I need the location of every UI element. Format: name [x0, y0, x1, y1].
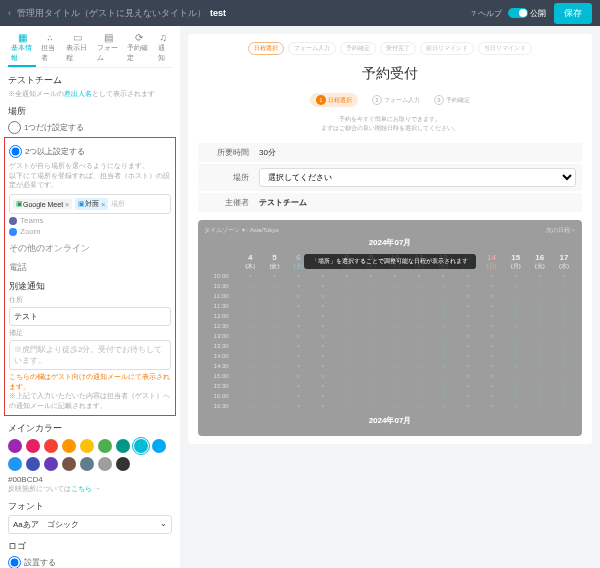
addr-label: 住所 — [9, 295, 171, 305]
loc-phone[interactable]: 電話 — [9, 261, 171, 274]
location-placeholder: 場所 — [111, 199, 125, 209]
highlight-box: 2つ以上設定する ゲストが自ら場所を選べるようになります。以下にて場所を登録すれ… — [4, 137, 176, 416]
note-warning: こちらの欄はゲスト向けの通知メールにて表示されます。 — [9, 372, 171, 392]
color-palette — [8, 439, 172, 471]
check-icon: ⟳ — [135, 32, 143, 43]
color-swatch[interactable] — [116, 457, 130, 471]
logo-label: ロゴ — [8, 540, 172, 553]
place-radio-single[interactable]: 1つだけ設定する — [8, 121, 172, 134]
calendar-month: 2024年07月 — [204, 237, 576, 248]
color-swatch[interactable] — [8, 439, 22, 453]
calendar-footer: 2024年07月 — [204, 415, 576, 426]
extra-notify-label: 別途通知 — [9, 280, 171, 293]
loc-opt-zoom[interactable]: Zoom — [9, 227, 171, 236]
info-place: 場所選択してください — [198, 164, 582, 191]
help-link[interactable]: ? ヘルプ — [471, 8, 502, 19]
note-label: 補足 — [9, 328, 171, 338]
color-swatch[interactable] — [116, 439, 130, 453]
loc-other-online[interactable]: その他のオンライン — [9, 242, 171, 255]
chevron-down-icon: ⌄ — [160, 519, 167, 530]
color-swatch[interactable] — [80, 439, 94, 453]
note-input[interactable]: ※虎門駅より徒歩2分。受付でお待ちしています。 — [9, 340, 171, 370]
calendar-banner: 「場所」を選択することで調整可能な日程が表示されます — [304, 254, 476, 269]
place-radio-multi[interactable]: 2つ以上設定する — [9, 145, 171, 158]
calendar-icon: ▭ — [73, 32, 82, 43]
tab-assignee[interactable]: ⛬担当者 — [38, 30, 61, 67]
close-icon[interactable]: × — [65, 201, 69, 208]
calendar-dimmed: タイムゾーン ▾ : Asia/Tokyo次の日程＞ 2024年07月 4(木)… — [198, 220, 582, 436]
color-label: メインカラー — [8, 422, 172, 435]
preview-title: 予約受付 — [198, 65, 582, 83]
addr-input[interactable]: テスト — [9, 307, 171, 326]
color-swatch[interactable] — [8, 457, 22, 471]
close-icon[interactable]: × — [101, 201, 105, 208]
tab-basic[interactable]: ▦基本情報 — [8, 30, 36, 67]
preview-top-steps: 日程選択 フォーム入力 予約確定 受付完了 前日リマインド 当日リマインド — [198, 42, 582, 55]
settings-tabs: ▦基本情報 ⛬担当者 ▭表示日程 ▤フォーム ⟳予約確定 ♫通知 — [8, 30, 172, 68]
bell-icon: ♫ — [160, 32, 168, 43]
color-swatch[interactable] — [98, 439, 112, 453]
note-hint2: ※上記で入力いただいた内容は担当者（ゲスト）への通知メールに記載されます。 — [9, 391, 171, 411]
color-swatch[interactable] — [62, 457, 76, 471]
team-hint: ※全通知メールの差出人名として表示されます — [8, 89, 172, 99]
pill-google-meet[interactable]: ▣ Google Meet× — [13, 199, 72, 209]
progress-steps: 1日程選択 2フォーム入力 3予約確定 — [198, 93, 582, 107]
color-swatch[interactable] — [26, 457, 40, 471]
location-select[interactable]: ▣ Google Meet× ▣ 対面× 場所 — [9, 194, 171, 214]
info-icon: ▦ — [18, 32, 27, 43]
info-duration: 所要時間30分 — [198, 143, 582, 162]
publish-toggle[interactable] — [508, 8, 528, 18]
color-swatch[interactable] — [80, 457, 94, 471]
color-swatch[interactable] — [44, 439, 58, 453]
save-button[interactable]: 保存 — [554, 3, 592, 24]
zoom-icon — [9, 228, 17, 236]
anti-hint: 反映箇所についてはこちら → — [8, 484, 172, 494]
tab-notify[interactable]: ♫通知 — [155, 30, 172, 67]
tab-confirm[interactable]: ⟳予約確定 — [124, 30, 152, 67]
logo-radio[interactable]: 設置する — [8, 556, 172, 568]
pill-inperson[interactable]: ▣ 対面× — [75, 198, 108, 210]
publish-label: 公開 — [530, 8, 546, 19]
form-icon: ▤ — [104, 32, 113, 43]
tab-dates[interactable]: ▭表示日程 — [63, 30, 91, 67]
color-value: #00BCD4 — [8, 475, 172, 484]
place-label: 場所 — [8, 105, 172, 118]
place-hint: ゲストが自ら場所を選べるようになります。以下にて場所を登録すれば、担当者（ホスト… — [9, 161, 171, 190]
color-swatch[interactable] — [62, 439, 76, 453]
color-swatch[interactable] — [152, 439, 166, 453]
color-swatch[interactable] — [44, 457, 58, 471]
tab-form[interactable]: ▤フォーム — [94, 30, 122, 67]
preview-pane: 日程選択 フォーム入力 予約確定 受付完了 前日リマインド 当日リマインド 予約… — [180, 26, 600, 568]
color-swatch[interactable] — [134, 439, 148, 453]
font-select[interactable]: Aaあア ゴシック⌄ — [8, 515, 172, 534]
back-icon[interactable]: ‹ — [8, 8, 11, 18]
color-swatch[interactable] — [26, 439, 40, 453]
info-host: 主催者テストチーム — [198, 193, 582, 212]
color-swatch[interactable] — [98, 457, 112, 471]
page-title: 管理用タイトル（ゲストに見えないタイトル）test — [17, 7, 226, 20]
team-name: テストチーム — [8, 74, 172, 87]
preview-note: 予約を今すぐ簡単にお取りできます。まずはご都合の良い開始日時を選択してください。 — [198, 115, 582, 133]
teams-icon — [9, 217, 17, 225]
place-select[interactable]: 選択してください — [259, 168, 576, 187]
sidebar: ▦基本情報 ⛬担当者 ▭表示日程 ▤フォーム ⟳予約確定 ♫通知 テストチーム … — [0, 26, 180, 568]
users-icon: ⛬ — [45, 32, 55, 43]
font-label: フォント — [8, 500, 172, 513]
loc-opt-teams[interactable]: Teams — [9, 216, 171, 225]
